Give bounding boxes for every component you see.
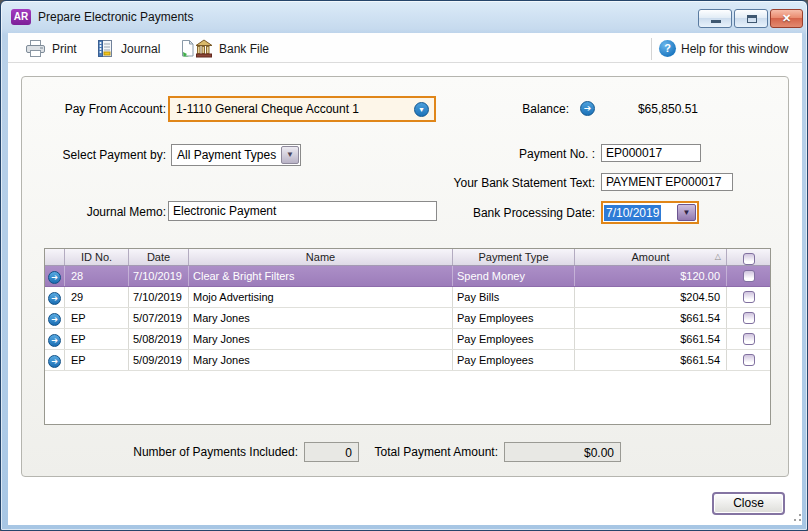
row-detail-arrow-icon[interactable]: ➔ — [48, 334, 61, 347]
table-row[interactable]: ➔ EP 5/07/2019 Mary Jones Pay Employees … — [45, 308, 770, 329]
resize-grip[interactable] — [789, 509, 802, 522]
cell-amount: $204.50 — [575, 287, 727, 307]
printer-icon — [25, 39, 46, 58]
help-label: Help for this window — [681, 42, 788, 56]
cell-id: EP — [65, 329, 129, 349]
row-detail-arrow-icon[interactable]: ➔ — [48, 271, 61, 284]
header-arrow-column — [45, 249, 65, 265]
cell-payment-type: Pay Employees — [453, 329, 575, 349]
cell-id: 28 — [65, 266, 129, 286]
minimize-icon — [711, 20, 721, 23]
cell-name: Mary Jones — [189, 329, 453, 349]
total-payment-amount-label: Total Payment Amount: — [374, 445, 498, 460]
cell-amount: $661.54 — [575, 350, 727, 370]
number-of-payments-field: 0 — [304, 442, 359, 462]
bank-file-label: Bank File — [219, 42, 269, 56]
row-checkbox[interactable] — [743, 312, 755, 324]
balance-label: Balance: — [451, 102, 569, 117]
dropdown-chevron-icon[interactable]: ▼ — [281, 146, 299, 164]
pay-from-account-combo[interactable]: 1-1110 General Cheque Account 1 ▼ — [168, 96, 436, 122]
pay-from-account-value: 1-1110 General Cheque Account 1 — [170, 102, 414, 116]
row-detail-arrow-icon[interactable]: ➔ — [48, 292, 61, 305]
header-id[interactable]: ID No. — [65, 249, 129, 265]
table-row[interactable]: ➔ EP 5/09/2019 Mary Jones Pay Employees … — [45, 350, 770, 371]
select-payment-by-value: All Payment Types — [172, 148, 281, 162]
cell-id: EP — [65, 350, 129, 370]
close-button[interactable]: Close — [712, 492, 785, 515]
bank-processing-date-value: 7/10/2019 — [604, 205, 661, 221]
cell-id: EP — [65, 308, 129, 328]
cell-name: Clear & Bright Filters — [189, 266, 453, 286]
journal-icon — [95, 39, 115, 58]
help-icon: ? — [659, 40, 676, 57]
cell-amount: $661.54 — [575, 329, 727, 349]
bank-statement-text-label: Your Bank Statement Text: — [431, 176, 595, 191]
minimize-button[interactable] — [698, 9, 732, 28]
header-name[interactable]: Name — [189, 249, 453, 265]
balance-arrow-icon[interactable]: ➔ — [580, 101, 595, 116]
header-payment-type[interactable]: Payment Type — [453, 249, 575, 265]
header-date[interactable]: Date — [129, 249, 189, 265]
cell-date: 7/10/2019 — [129, 266, 189, 286]
cell-payment-type: Pay Employees — [453, 350, 575, 370]
cell-name: Mojo Advertising — [189, 287, 453, 307]
bank-file-button[interactable]: Bank File — [177, 34, 273, 63]
cell-name: Mary Jones — [189, 308, 453, 328]
cell-date: 7/10/2019 — [129, 287, 189, 307]
payment-no-field[interactable]: EP000017 — [601, 144, 701, 162]
bank-statement-text-field[interactable]: PAYMENT EP000017 — [601, 173, 733, 191]
journal-memo-label: Journal Memo: — [21, 205, 166, 220]
cell-date: 5/08/2019 — [129, 329, 189, 349]
pay-from-account-label: Pay From Account: — [21, 102, 166, 117]
date-dropdown-icon[interactable]: ▼ — [677, 204, 696, 221]
row-detail-arrow-icon[interactable]: ➔ — [48, 355, 61, 368]
table-header-row: ID No. Date Name Payment Type Amount△ — [45, 249, 770, 266]
accountright-logo-icon: AR — [11, 9, 31, 25]
cell-name: Mary Jones — [189, 350, 453, 370]
row-checkbox[interactable] — [743, 291, 755, 303]
window-title: Prepare Electronic Payments — [38, 10, 193, 24]
help-button[interactable]: ? Help for this window — [659, 34, 788, 63]
bank-processing-date-label: Bank Processing Date: — [451, 206, 595, 221]
print-label: Print — [52, 42, 77, 56]
sort-ascending-icon: △ — [715, 249, 721, 265]
balance-value: $65,850.51 — [598, 102, 698, 116]
row-detail-arrow-icon[interactable]: ➔ — [48, 313, 61, 326]
select-all-checkbox[interactable] — [743, 253, 755, 265]
row-checkbox[interactable] — [743, 270, 755, 282]
header-amount[interactable]: Amount△ — [575, 249, 727, 265]
cell-date: 5/09/2019 — [129, 350, 189, 370]
payments-table: ID No. Date Name Payment Type Amount△ ➔ … — [44, 248, 771, 425]
table-row[interactable]: ➔ EP 5/08/2019 Mary Jones Pay Employees … — [45, 329, 770, 350]
toolbar-separator — [651, 38, 652, 60]
cell-amount: $661.54 — [575, 308, 727, 328]
journal-label: Journal — [121, 42, 160, 56]
maximize-button[interactable] — [734, 9, 768, 28]
journal-button[interactable]: Journal — [91, 34, 164, 63]
close-window-button[interactable]: ✕ — [770, 9, 803, 28]
total-payment-amount-field: $0.00 — [504, 442, 621, 462]
payment-no-label: Payment No. : — [451, 147, 595, 162]
bank-processing-date-field[interactable]: 7/10/2019 ▼ — [601, 201, 699, 224]
row-checkbox[interactable] — [743, 333, 755, 345]
cell-payment-type: Pay Bills — [453, 287, 575, 307]
maximize-icon — [747, 15, 757, 23]
cell-amount: $120.00 — [575, 266, 727, 286]
table-row[interactable]: ➔ 28 7/10/2019 Clear & Bright Filters Sp… — [45, 266, 770, 287]
print-button[interactable]: Print — [21, 34, 81, 63]
journal-memo-field[interactable]: Electronic Payment — [168, 201, 437, 221]
select-payment-by-label: Select Payment by: — [21, 148, 166, 163]
bank-file-icon — [181, 39, 213, 58]
cell-id: 29 — [65, 287, 129, 307]
account-dropdown-icon[interactable]: ▼ — [414, 102, 429, 117]
cell-payment-type: Spend Money — [453, 266, 575, 286]
cell-date: 5/07/2019 — [129, 308, 189, 328]
header-select-all[interactable] — [727, 249, 770, 265]
title-bar: AR Prepare Electronic Payments ✕ — [1, 1, 807, 33]
table-row[interactable]: ➔ 29 7/10/2019 Mojo Advertising Pay Bill… — [45, 287, 770, 308]
prepare-electronic-payments-window: AR Prepare Electronic Payments ✕ Print J… — [0, 0, 808, 531]
cell-payment-type: Pay Employees — [453, 308, 575, 328]
number-of-payments-label: Number of Payments Included: — [76, 445, 298, 460]
select-payment-by-dropdown[interactable]: All Payment Types ▼ — [171, 144, 301, 166]
row-checkbox[interactable] — [743, 354, 755, 366]
